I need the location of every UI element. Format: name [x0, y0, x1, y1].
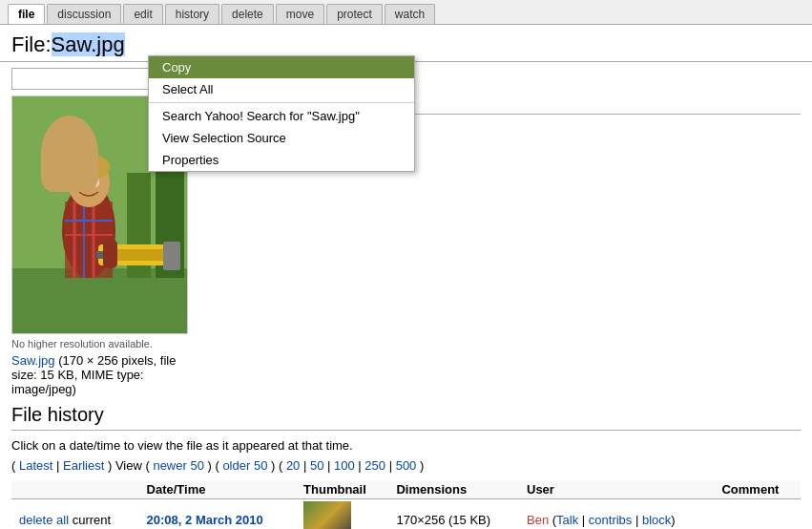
col-header-empty	[11, 480, 139, 499]
file-image	[11, 95, 188, 334]
file-name-link[interactable]: Saw.jpg	[11, 353, 55, 368]
history-table: Date/Time Thumbnail Dimensions User Comm…	[11, 480, 801, 529]
tab-protect[interactable]: protect	[326, 4, 383, 24]
no-higher-res-text: No higher resolution available.	[11, 334, 202, 353]
svg-point-12	[68, 154, 110, 180]
col-header-datetime: Date/Time	[139, 480, 297, 499]
newer-50-link[interactable]: newer 50	[153, 458, 203, 473]
cell-user: Ben (Talk | contribs | block)	[519, 499, 714, 530]
svg-rect-19	[103, 240, 117, 268]
col-header-comment: Comment	[714, 480, 801, 499]
svg-point-13	[78, 178, 86, 187]
page-title: File:Saw.jpg	[0, 25, 812, 62]
page-250-link[interactable]: 250	[364, 458, 385, 473]
title-file: Saw.jpg	[52, 32, 125, 56]
earliest-link[interactable]: Earliest	[63, 458, 104, 473]
table-row: delete all current 20:08, 2 March 2010 1…	[11, 499, 801, 530]
thumb-image	[303, 501, 351, 529]
search-input[interactable]	[11, 68, 164, 90]
left-side: No higher resolution available. Saw.jpg …	[11, 95, 202, 396]
file-history-title: File history	[11, 404, 801, 431]
tab-discussion[interactable]: discussion	[47, 4, 121, 24]
cell-comment	[714, 499, 801, 530]
inner-tabs: File history File links	[221, 95, 801, 115]
cell-dimensions: 170×256 (15 KB)	[388, 499, 519, 530]
user-link[interactable]: Ben	[527, 513, 549, 527]
file-history-section: File history Click on a date/time to vie…	[0, 396, 812, 529]
tab-edit[interactable]: edit	[123, 4, 162, 24]
col-header-dimensions: Dimensions	[388, 480, 519, 499]
svg-point-14	[92, 178, 99, 187]
file-meta-row: Saw.jpg (170 × 256 pixels, file size: 15…	[11, 353, 202, 396]
older-50-link[interactable]: older 50	[222, 458, 267, 473]
talk-link[interactable]: Talk	[556, 513, 578, 527]
cell-datetime: 20:08, 2 March 2010	[139, 499, 297, 530]
right-side: File history File links	[202, 95, 801, 396]
tab-watch[interactable]: watch	[385, 4, 435, 24]
col-header-thumbnail: Thumbnail	[296, 480, 388, 499]
tab-history[interactable]: history	[165, 4, 219, 24]
datetime-link[interactable]: 20:08, 2 March 2010	[147, 513, 263, 527]
file-history-desc: Click on a date/time to view the file as…	[11, 438, 801, 453]
tab-file[interactable]: file	[8, 4, 45, 24]
contribs-link[interactable]: contribs	[589, 513, 633, 527]
tabs-bar: file discussion edit history delete move…	[0, 0, 812, 25]
block-link[interactable]: block	[642, 513, 671, 527]
inner-tab-file-history[interactable]: File history	[221, 95, 287, 110]
search-row	[0, 62, 812, 95]
page-500-link[interactable]: 500	[396, 458, 417, 473]
svg-rect-17	[163, 242, 180, 270]
page-50-link[interactable]: 50	[310, 458, 323, 473]
inner-tab-file-links[interactable]: File links	[302, 95, 351, 110]
page-20-link[interactable]: 20	[286, 458, 300, 473]
cell-current-label: current	[73, 513, 111, 527]
pagination-row: ( Latest | Earliest ) View ( newer 50 ) …	[11, 458, 801, 473]
title-prefix: File:	[11, 32, 52, 56]
col-header-user: User	[519, 480, 714, 499]
latest-link[interactable]: Latest	[19, 458, 52, 473]
svg-rect-1	[12, 268, 188, 334]
tab-delete[interactable]: delete	[221, 4, 274, 24]
content-area: No higher resolution available. Saw.jpg …	[0, 95, 812, 396]
tab-move[interactable]: move	[276, 4, 324, 24]
cell-thumbnail	[296, 499, 388, 530]
delete-all-link[interactable]: delete all	[19, 513, 69, 527]
cell-actions: delete all current	[11, 499, 139, 530]
page-100-link[interactable]: 100	[334, 458, 355, 473]
